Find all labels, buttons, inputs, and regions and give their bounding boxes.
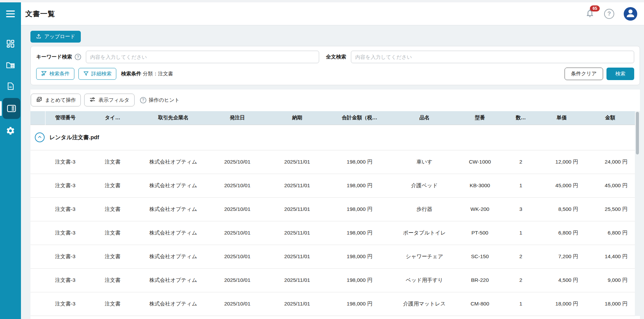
table-cell: 介護ベッド: [393, 174, 456, 197]
table-cell: 注文書-3: [45, 174, 85, 197]
table-cell: 18,000 円: [538, 292, 586, 316]
fulltext-search-input[interactable]: [351, 51, 634, 63]
table-cell: 注文書-3: [45, 245, 85, 268]
column-header: 金額: [586, 111, 635, 125]
table-row[interactable]: 注文書-3注文書株式会社オプティム2025/10/012025/11/01198…: [30, 221, 635, 245]
operation-hint[interactable]: ? 操作のヒント: [140, 97, 180, 103]
upload-button[interactable]: アップロード: [30, 31, 81, 43]
table-row[interactable]: 注文書-3注文書株式会社オプティム2025/10/012025/11/01198…: [30, 245, 635, 268]
table-cell: 4,500 円: [538, 268, 586, 292]
top-strip: [0, 0, 644, 2]
display-filter-button[interactable]: 表示フィルタ: [84, 94, 134, 106]
table-cell: 2025/11/01: [268, 268, 326, 292]
table-cell: 介護用マットレス: [393, 292, 456, 316]
table-cell: BR-220: [456, 268, 504, 292]
keyword-search-input[interactable]: [86, 51, 319, 63]
settings-gear-icon: [6, 126, 15, 136]
upload-icon: [36, 33, 42, 40]
table-cell: SC-150: [456, 245, 504, 268]
bell-icon: [585, 14, 595, 19]
menu-button[interactable]: [0, 2, 21, 25]
bulk-actions-button[interactable]: まとめて操作: [31, 94, 81, 106]
table-cell: 株式会社オプティム: [140, 221, 207, 245]
table-cell: 198,000 円: [326, 268, 393, 292]
column-header: 合計金額（税…: [326, 111, 393, 125]
table-row[interactable]: 注文書-3注文書株式会社オプティム2025/10/012025/11/01198…: [30, 292, 635, 316]
table-cell: 45,000 円: [586, 174, 635, 197]
header-spacer-cell: [30, 111, 45, 125]
table-cell: 2025/10/01: [207, 197, 268, 221]
table-cell: 注文書: [85, 150, 140, 174]
sidebar-item-document-list[interactable]: [3, 98, 20, 119]
table-cell: 1: [504, 174, 538, 197]
table-row[interactable]: 注文書-3注文書株式会社オプティム2025/10/012025/11/01198…: [30, 150, 635, 174]
hint-question-icon: ?: [140, 97, 146, 103]
column-header: 単価: [538, 111, 586, 125]
table-cell: CW-1000: [456, 150, 504, 174]
table-cell: ベッド用手すり: [393, 268, 456, 292]
search-panel: キーワード検索 ? 全文検索 検索条件: [30, 46, 640, 85]
sidebar-item-folders[interactable]: [0, 55, 21, 74]
table-row[interactable]: 注文書-3注文書株式会社オプティム2025/10/012025/11/01198…: [30, 197, 635, 221]
dashboard-icon: [6, 39, 15, 48]
sidebar-item-documents[interactable]: [0, 77, 21, 96]
table-cell: 2025/11/01: [268, 221, 326, 245]
table-cell: 3: [504, 197, 538, 221]
table-cell: 18,000 円: [586, 292, 635, 316]
row-spacer-cell: [30, 268, 45, 292]
column-header: 数…: [504, 111, 538, 125]
help-button[interactable]: ?: [604, 9, 614, 19]
table-cell: 2025/10/01: [207, 292, 268, 316]
table-cell: 198,000 円: [326, 150, 393, 174]
table-cell: 198,000 円: [326, 221, 393, 245]
advanced-search-button[interactable]: 詳細検索: [78, 68, 116, 80]
search-condition-button[interactable]: 検索条件: [36, 68, 74, 80]
chevron-up-icon: [37, 134, 43, 141]
table-cell: シャワーチェア: [393, 245, 456, 268]
table-wrap: 管理番号タイ…取引先企業名発注日納期合計金額（税…品名型番数…単価金額: [30, 111, 640, 316]
search-button[interactable]: 検索: [606, 68, 634, 80]
table-cell: 株式会社オプティム: [140, 268, 207, 292]
table-cell: 2025/10/01: [207, 268, 268, 292]
table-cell: 198,000 円: [326, 245, 393, 268]
user-icon: [624, 6, 637, 21]
table-cell: 注文書: [85, 245, 140, 268]
document-list-card: まとめて操作 表示フィルタ ? 操作のヒント: [30, 90, 640, 319]
document-table: 管理番号タイ…取引先企業名発注日納期合計金額（税…品名型番数…単価金額: [30, 111, 635, 316]
table-cell: ポータブルトイレ: [393, 221, 456, 245]
table-cell: 198,000 円: [326, 174, 393, 197]
row-spacer-cell: [30, 197, 45, 221]
table-cell: 車いす: [393, 150, 456, 174]
page-header: 文書一覧 65 ?: [21, 2, 644, 25]
table-cell: 2025/11/01: [268, 150, 326, 174]
notifications-button[interactable]: 65: [585, 8, 595, 19]
table-cell: 2025/10/01: [207, 245, 268, 268]
column-header: 納期: [268, 111, 326, 125]
sidebar-item-dashboard[interactable]: [0, 34, 21, 53]
table-cell: 14,400 円: [586, 245, 635, 268]
table-cell: 注文書-3: [45, 221, 85, 245]
column-header: 管理番号: [45, 111, 85, 125]
scrollbar-thumb[interactable]: [636, 112, 639, 154]
collapse-group-button[interactable]: [35, 132, 45, 142]
table-cell: 株式会社オプティム: [140, 174, 207, 197]
table-cell: 歩行器: [393, 197, 456, 221]
user-avatar[interactable]: [624, 7, 637, 21]
table-cell: 注文書-3: [45, 268, 85, 292]
table-cell: 45,000 円: [538, 174, 586, 197]
sidebar-item-settings[interactable]: [0, 121, 21, 140]
table-cell: 2025/10/01: [207, 150, 268, 174]
table-row[interactable]: 注文書-3注文書株式会社オプティム2025/10/012025/11/01198…: [30, 268, 635, 292]
clear-conditions-button[interactable]: 条件クリア: [565, 68, 603, 80]
group-filename: レンタル注文書.pdf: [49, 134, 99, 141]
table-cell: 24,000 円: [586, 150, 635, 174]
row-spacer-cell: [30, 174, 45, 197]
table-cell: 株式会社オプティム: [140, 245, 207, 268]
row-spacer-cell: [30, 221, 45, 245]
keyword-help-icon[interactable]: ?: [75, 54, 81, 60]
sidebar: [0, 2, 21, 319]
vertical-scrollbar[interactable]: [635, 111, 640, 316]
table-row[interactable]: 注文書-3注文書株式会社オプティム2025/10/012025/11/01198…: [30, 174, 635, 197]
fulltext-search-label: 全文検索: [326, 54, 346, 60]
table-cell: 2025/10/01: [207, 174, 268, 197]
